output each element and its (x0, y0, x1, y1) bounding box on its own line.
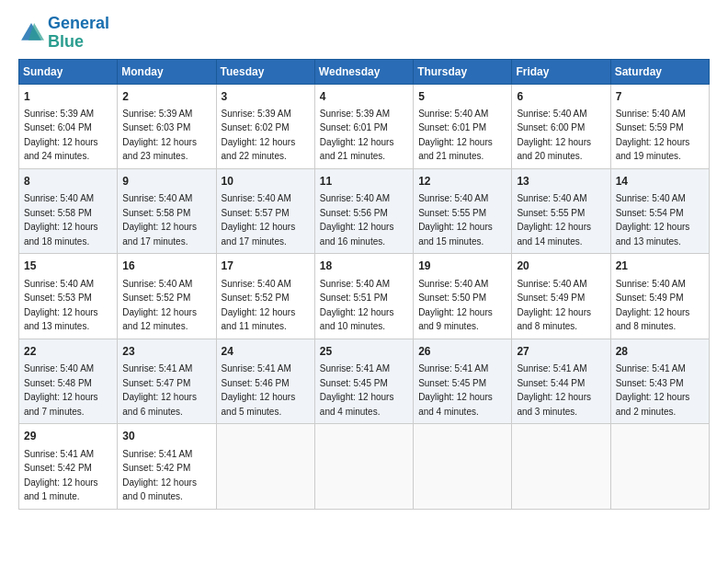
day-info: Sunrise: 5:41 AMSunset: 5:43 PMDaylight:… (616, 363, 690, 417)
calendar-week-row: 22Sunrise: 5:40 AMSunset: 5:48 PMDayligh… (19, 339, 710, 423)
day-info: Sunrise: 5:41 AMSunset: 5:45 PMDaylight:… (418, 363, 493, 417)
day-number: 19 (418, 259, 506, 274)
calendar-day-cell: 23Sunrise: 5:41 AMSunset: 5:47 PMDayligh… (118, 339, 216, 423)
day-info: Sunrise: 5:40 AMSunset: 5:48 PMDaylight:… (24, 363, 98, 417)
calendar-day-cell: 12Sunrise: 5:40 AMSunset: 5:55 PMDayligh… (414, 168, 512, 253)
calendar-day-cell: 18Sunrise: 5:40 AMSunset: 5:51 PMDayligh… (314, 254, 413, 339)
calendar-day-cell: 19Sunrise: 5:40 AMSunset: 5:50 PMDayligh… (414, 254, 512, 339)
calendar-day-cell: 27Sunrise: 5:41 AMSunset: 5:44 PMDayligh… (512, 339, 610, 423)
calendar-day-cell: 14Sunrise: 5:40 AMSunset: 5:54 PMDayligh… (610, 168, 709, 253)
day-info: Sunrise: 5:40 AMSunset: 5:59 PMDaylight:… (616, 109, 690, 162)
day-info: Sunrise: 5:40 AMSunset: 5:58 PMDaylight:… (24, 193, 98, 247)
day-number: 27 (517, 344, 605, 360)
day-number: 23 (122, 344, 210, 360)
day-info: Sunrise: 5:41 AMSunset: 5:45 PMDaylight:… (320, 363, 394, 417)
calendar-week-row: 15Sunrise: 5:40 AMSunset: 5:53 PMDayligh… (19, 254, 710, 339)
day-number: 7 (616, 89, 704, 105)
calendar-day-cell: 21Sunrise: 5:40 AMSunset: 5:49 PMDayligh… (610, 254, 709, 339)
calendar-day-cell: 4Sunrise: 5:39 AMSunset: 6:01 PMDaylight… (314, 84, 413, 168)
calendar-day-cell: 30Sunrise: 5:41 AMSunset: 5:42 PMDayligh… (118, 424, 216, 509)
day-info: Sunrise: 5:41 AMSunset: 5:44 PMDaylight:… (517, 363, 591, 417)
calendar-day-cell (610, 424, 709, 509)
calendar-day-cell: 22Sunrise: 5:40 AMSunset: 5:48 PMDayligh… (19, 339, 118, 423)
day-number: 6 (517, 89, 605, 105)
day-number: 26 (418, 344, 506, 360)
day-info: Sunrise: 5:40 AMSunset: 5:49 PMDaylight:… (616, 279, 690, 332)
calendar-day-cell (414, 424, 512, 509)
day-info: Sunrise: 5:40 AMSunset: 5:51 PMDaylight:… (320, 279, 394, 332)
weekday-header-friday: Friday (512, 59, 610, 84)
calendar-day-cell: 13Sunrise: 5:40 AMSunset: 5:55 PMDayligh… (512, 168, 610, 253)
calendar-day-cell (314, 424, 413, 509)
day-number: 3 (222, 89, 310, 105)
day-number: 1 (24, 89, 112, 105)
calendar-day-cell: 15Sunrise: 5:40 AMSunset: 5:53 PMDayligh… (19, 254, 118, 339)
day-info: Sunrise: 5:40 AMSunset: 5:57 PMDaylight:… (222, 193, 296, 247)
day-number: 5 (418, 89, 506, 105)
calendar-day-cell: 26Sunrise: 5:41 AMSunset: 5:45 PMDayligh… (414, 339, 512, 423)
header: General Blue (18, 15, 710, 52)
day-number: 14 (616, 174, 704, 190)
day-info: Sunrise: 5:40 AMSunset: 5:53 PMDaylight:… (24, 279, 98, 332)
calendar-day-cell: 10Sunrise: 5:40 AMSunset: 5:57 PMDayligh… (216, 168, 314, 253)
day-info: Sunrise: 5:40 AMSunset: 5:55 PMDaylight:… (418, 193, 493, 247)
calendar-day-cell: 8Sunrise: 5:40 AMSunset: 5:58 PMDaylight… (19, 168, 118, 253)
calendar-table: SundayMondayTuesdayWednesdayThursdayFrid… (18, 59, 710, 510)
calendar-day-cell (512, 424, 610, 509)
day-info: Sunrise: 5:40 AMSunset: 5:49 PMDaylight:… (517, 279, 591, 332)
day-info: Sunrise: 5:39 AMSunset: 6:03 PMDaylight:… (122, 109, 197, 162)
day-number: 16 (122, 259, 210, 274)
calendar-day-cell: 28Sunrise: 5:41 AMSunset: 5:43 PMDayligh… (610, 339, 709, 423)
calendar-day-cell: 16Sunrise: 5:40 AMSunset: 5:52 PMDayligh… (118, 254, 216, 339)
day-number: 24 (222, 344, 310, 360)
day-info: Sunrise: 5:40 AMSunset: 5:55 PMDaylight:… (517, 193, 591, 247)
day-info: Sunrise: 5:40 AMSunset: 5:56 PMDaylight:… (320, 193, 394, 247)
day-number: 22 (24, 344, 112, 360)
day-number: 30 (122, 429, 210, 444)
weekday-header-saturday: Saturday (610, 59, 709, 84)
calendar-day-cell: 20Sunrise: 5:40 AMSunset: 5:49 PMDayligh… (512, 254, 610, 339)
calendar-week-row: 1Sunrise: 5:39 AMSunset: 6:04 PMDaylight… (19, 84, 710, 168)
calendar-day-cell: 24Sunrise: 5:41 AMSunset: 5:46 PMDayligh… (216, 339, 314, 423)
day-number: 11 (320, 174, 408, 190)
calendar-day-cell: 7Sunrise: 5:40 AMSunset: 5:59 PMDaylight… (610, 84, 709, 168)
calendar-day-cell: 11Sunrise: 5:40 AMSunset: 5:56 PMDayligh… (314, 168, 413, 253)
day-number: 29 (24, 429, 112, 444)
day-info: Sunrise: 5:39 AMSunset: 6:02 PMDaylight:… (222, 109, 296, 162)
calendar-day-cell: 6Sunrise: 5:40 AMSunset: 6:00 PMDaylight… (512, 84, 610, 168)
day-number: 17 (222, 259, 310, 274)
logo-icon (18, 20, 44, 46)
calendar-day-cell: 1Sunrise: 5:39 AMSunset: 6:04 PMDaylight… (19, 84, 118, 168)
day-info: Sunrise: 5:41 AMSunset: 5:42 PMDaylight:… (122, 449, 197, 502)
day-info: Sunrise: 5:40 AMSunset: 6:01 PMDaylight:… (418, 109, 493, 162)
day-info: Sunrise: 5:40 AMSunset: 5:52 PMDaylight:… (222, 279, 296, 332)
day-info: Sunrise: 5:40 AMSunset: 5:54 PMDaylight:… (616, 193, 690, 247)
day-info: Sunrise: 5:39 AMSunset: 6:04 PMDaylight:… (24, 109, 98, 162)
calendar-day-cell: 5Sunrise: 5:40 AMSunset: 6:01 PMDaylight… (414, 84, 512, 168)
day-info: Sunrise: 5:40 AMSunset: 5:58 PMDaylight:… (122, 193, 197, 247)
day-number: 20 (517, 259, 605, 274)
day-number: 21 (616, 259, 704, 274)
day-number: 2 (122, 89, 210, 105)
calendar-week-row: 8Sunrise: 5:40 AMSunset: 5:58 PMDaylight… (19, 168, 710, 253)
day-info: Sunrise: 5:39 AMSunset: 6:01 PMDaylight:… (320, 109, 394, 162)
day-number: 15 (24, 259, 112, 274)
calendar-day-cell: 17Sunrise: 5:40 AMSunset: 5:52 PMDayligh… (216, 254, 314, 339)
day-number: 25 (320, 344, 408, 360)
day-info: Sunrise: 5:41 AMSunset: 5:42 PMDaylight:… (24, 449, 98, 502)
calendar-day-cell: 29Sunrise: 5:41 AMSunset: 5:42 PMDayligh… (19, 424, 118, 509)
weekday-header-thursday: Thursday (414, 59, 512, 84)
day-info: Sunrise: 5:40 AMSunset: 5:50 PMDaylight:… (418, 279, 493, 332)
calendar-day-cell: 25Sunrise: 5:41 AMSunset: 5:45 PMDayligh… (314, 339, 413, 423)
day-number: 13 (517, 174, 605, 190)
calendar-day-cell: 2Sunrise: 5:39 AMSunset: 6:03 PMDaylight… (118, 84, 216, 168)
calendar-day-cell (216, 424, 314, 509)
day-info: Sunrise: 5:41 AMSunset: 5:47 PMDaylight:… (122, 363, 197, 417)
day-info: Sunrise: 5:40 AMSunset: 5:52 PMDaylight:… (122, 279, 197, 332)
day-number: 10 (222, 174, 310, 190)
weekday-header-wednesday: Wednesday (314, 59, 413, 84)
page: General Blue SundayMondayTuesdayWednesda… (0, 0, 728, 563)
calendar-week-row: 29Sunrise: 5:41 AMSunset: 5:42 PMDayligh… (19, 424, 710, 509)
calendar-day-cell: 9Sunrise: 5:40 AMSunset: 5:58 PMDaylight… (118, 168, 216, 253)
day-number: 9 (122, 174, 210, 190)
